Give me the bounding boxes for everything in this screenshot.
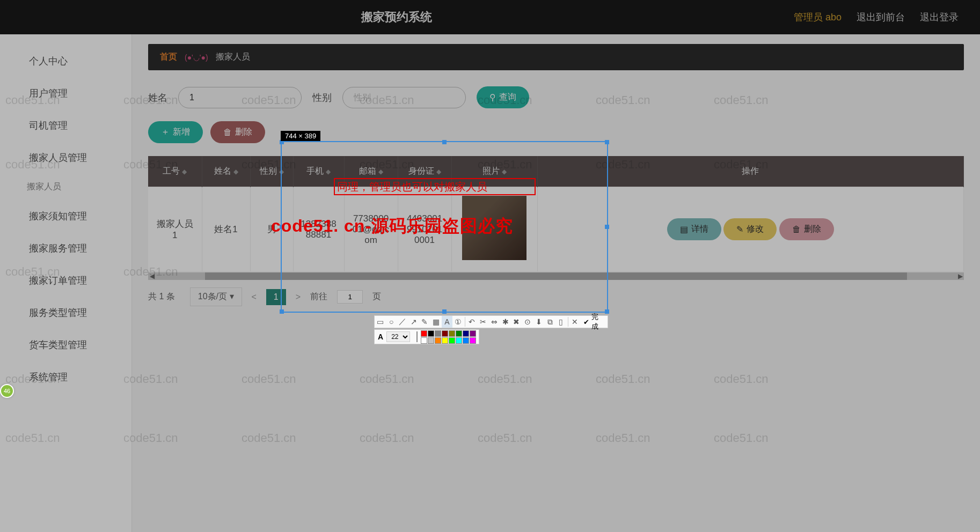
color-palette <box>421 330 476 344</box>
breadcrumb-current: 搬家人员 <box>216 51 250 63</box>
scroll-right-icon[interactable]: ▶ <box>956 272 964 280</box>
edit-icon: ✎ <box>736 224 743 234</box>
sidebar-item-system[interactable]: 系统管理 <box>0 361 131 393</box>
batch-delete-button[interactable]: 🗑 删除 <box>210 121 265 143</box>
number-tool-icon[interactable]: ① <box>452 316 464 328</box>
front-link[interactable]: 退出到前台 <box>857 11 905 24</box>
close-tool-icon[interactable]: ✖ <box>511 316 522 328</box>
sidebar-item-notice[interactable]: 搬家须知管理 <box>0 200 131 232</box>
chevron-down-icon: ▾ <box>230 292 234 301</box>
floating-badge[interactable]: 46 <box>0 384 14 398</box>
rect-tool-icon[interactable]: ▭ <box>375 316 386 328</box>
color-swatch[interactable] <box>421 330 427 337</box>
topbar: 搬家预约系统 管理员 abo 退出到前台 退出登录 <box>0 0 980 34</box>
sidebar-item-drivers[interactable]: 司机管理 <box>0 109 131 142</box>
plus-icon: ＋ <box>161 127 170 138</box>
line-tool-icon[interactable]: ／ <box>397 316 408 328</box>
color-swatch[interactable] <box>435 337 441 344</box>
search-button[interactable]: ⚲ 查询 <box>477 86 529 108</box>
annotation-watermark: code51. cn-源码乐园盗图必究 <box>271 215 513 238</box>
pen-tool-icon[interactable]: ✎ <box>419 316 430 328</box>
edit-button[interactable]: ✎ 修改 <box>723 218 777 240</box>
filter-row: 姓名 性别 ⚲ 查询 <box>148 86 964 108</box>
sidebar-item-profile[interactable]: 个人中心 <box>0 45 131 77</box>
row-delete-button[interactable]: 🗑 删除 <box>779 218 834 240</box>
sidebar-item-truck-type[interactable]: 货车类型管理 <box>0 329 131 361</box>
clipboard-icon[interactable]: ▯ <box>555 316 567 328</box>
add-button[interactable]: ＋ 新增 <box>148 121 203 143</box>
filter-name-label: 姓名 <box>148 91 167 104</box>
color-swatch[interactable] <box>428 330 434 337</box>
filter-name-input[interactable] <box>178 87 302 108</box>
check-icon: ✔ <box>583 318 589 326</box>
translate-icon[interactable]: ⇔ <box>488 316 500 328</box>
breadcrumb-home[interactable]: 首页 <box>160 51 177 63</box>
color-swatch[interactable] <box>470 330 476 337</box>
color-swatch[interactable] <box>470 337 476 344</box>
color-swatch[interactable] <box>449 337 455 344</box>
color-swatch[interactable] <box>456 330 462 337</box>
trash-icon: 🗑 <box>792 225 801 234</box>
app-title: 搬家预约系统 <box>0 9 794 25</box>
copy-icon[interactable]: ⧉ <box>544 316 555 328</box>
breadcrumb: 首页 (●'◡'●) 搬家人员 <box>148 44 964 70</box>
undo-icon[interactable]: ↶ <box>466 316 478 328</box>
search-label: 查询 <box>499 92 516 103</box>
sidebar-item-orders[interactable]: 搬家订单管理 <box>0 264 131 297</box>
pin-icon[interactable]: ⊙ <box>522 316 533 328</box>
color-swatch[interactable] <box>442 337 448 344</box>
sidebar-item-service-type[interactable]: 服务类型管理 <box>0 297 131 329</box>
cancel-icon[interactable]: ✕ <box>569 316 581 328</box>
annotation-textbox[interactable]: 同理，管理员也可以对搬家人员 <box>334 178 536 195</box>
ellipse-tool-icon[interactable]: ○ <box>386 316 397 328</box>
pager-prev[interactable]: < <box>252 292 257 302</box>
sort-icon: ◆ <box>182 168 187 175</box>
color-swatch[interactable] <box>435 330 441 337</box>
breadcrumb-face: (●'◡'●) <box>185 53 208 62</box>
th-id[interactable]: 工号◆ <box>148 156 202 187</box>
color-swatch[interactable] <box>456 337 462 344</box>
scroll-left-icon[interactable]: ◀ <box>148 272 156 280</box>
font-size-select[interactable]: 22 <box>386 331 410 342</box>
cut-icon[interactable]: ✂ <box>478 316 489 328</box>
search-icon: ⚲ <box>489 92 496 102</box>
filter-gender-label: 性别 <box>312 91 332 104</box>
color-swatch[interactable] <box>463 337 469 344</box>
sidebar: 个人中心 用户管理 司机管理 搬家人员管理 搬家人员 搬家须知管理 搬家服务管理… <box>0 34 132 532</box>
screenshot-size-label: 744 × 389 <box>281 131 320 141</box>
action-row: ＋ 新增 🗑 删除 <box>148 121 964 143</box>
add-label: 新增 <box>173 127 190 138</box>
cell-name: 姓名1 <box>202 187 250 272</box>
logout-link[interactable]: 退出登录 <box>920 11 959 24</box>
th-name[interactable]: 姓名◆ <box>202 156 250 187</box>
color-swatch[interactable] <box>428 337 434 344</box>
sidebar-sub-movers[interactable]: 搬家人员 <box>0 174 131 200</box>
topbar-right: 管理员 abo 退出到前台 退出登录 <box>794 11 959 24</box>
pager-total: 共 1 条 <box>148 291 175 302</box>
sidebar-item-movers[interactable]: 搬家人员管理 <box>0 142 131 174</box>
current-color-swatch[interactable] <box>416 331 418 342</box>
detail-icon: ▤ <box>680 224 688 234</box>
detail-button[interactable]: ▤ 详情 <box>667 218 721 240</box>
protect-icon[interactable]: ✱ <box>500 316 511 328</box>
font-indicator-icon: A <box>378 332 383 341</box>
trash-icon: 🗑 <box>223 128 232 137</box>
sort-icon: ◆ <box>233 168 238 175</box>
batch-delete-label: 删除 <box>235 127 252 138</box>
screenshot-text-style-bar: A 22 <box>374 329 479 344</box>
download-icon[interactable]: ⬇ <box>533 316 544 328</box>
page-size-select[interactable]: 10条/页 ▾ <box>190 287 242 306</box>
done-button[interactable]: ✔完成 <box>580 312 608 331</box>
admin-link[interactable]: 管理员 abo <box>794 11 842 24</box>
color-swatch[interactable] <box>421 337 427 344</box>
text-tool-icon[interactable]: A <box>442 316 453 328</box>
sidebar-item-users[interactable]: 用户管理 <box>0 77 131 109</box>
mosaic-tool-icon[interactable]: ▦ <box>430 316 442 328</box>
color-swatch[interactable] <box>463 330 469 337</box>
sidebar-item-service[interactable]: 搬家服务管理 <box>0 232 131 264</box>
color-swatch[interactable] <box>449 330 455 337</box>
filter-gender-input[interactable] <box>342 87 466 108</box>
arrow-tool-icon[interactable]: ↗ <box>408 316 419 328</box>
color-swatch[interactable] <box>442 330 448 337</box>
screenshot-toolbar: ▭ ○ ／ ↗ ✎ ▦ A ① ↶ ✂ ⇔ ✱ ✖ ⊙ ⬇ ⧉ ▯ ✕ ✔完成 <box>374 315 608 328</box>
